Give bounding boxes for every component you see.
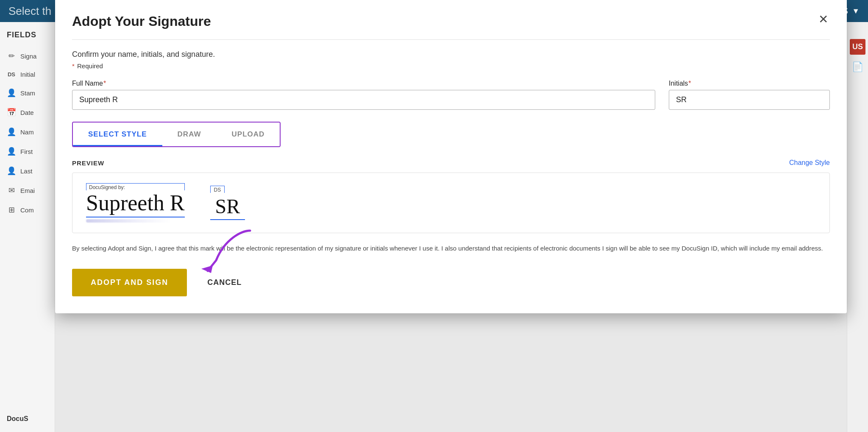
top-bar-text: Select th [8, 5, 51, 18]
modal-title: Adopt Your Signature [72, 14, 211, 29]
required-star: * [72, 62, 75, 70]
close-button[interactable]: ✕ [817, 14, 830, 25]
preview-header: PREVIEW Change Style [72, 159, 830, 167]
sidebar-item-last[interactable]: 👤 Last [0, 161, 55, 181]
tab-draw[interactable]: DRAW [162, 123, 217, 146]
person-icon: 👤 [7, 88, 16, 98]
ds-badge: US [850, 39, 865, 55]
cancel-button[interactable]: CANCEL [200, 275, 248, 290]
signature-preview: DocuSigned by: Supreeth R [86, 183, 185, 223]
preview-box: DocuSigned by: Supreeth R DS SR [72, 173, 830, 233]
mail-icon: ✉ [7, 186, 16, 195]
sidebar-item-label: Date [20, 109, 34, 116]
initials-badge-row: DS [210, 186, 245, 193]
ds-icon: DS [7, 71, 16, 78]
initials-input[interactable] [669, 90, 830, 110]
sidebar-item-email[interactable]: ✉ Emai [0, 181, 55, 200]
sidebar-item-label: First [20, 148, 33, 155]
sidebar-item-date[interactable]: 📅 Date [0, 103, 55, 122]
sidebar-item-label: Emai [20, 187, 35, 194]
sidebar-title: FIELDS [0, 31, 55, 46]
sidebar-item-company[interactable]: ⊞ Com [0, 200, 55, 220]
sidebar-item-label: Signa [20, 53, 36, 60]
modal-divider [72, 39, 830, 40]
form-row: Full Name* Initials* [72, 80, 830, 110]
adopt-and-sign-button[interactable]: ADOPT AND SIGN [72, 269, 187, 296]
initials-preview: DS SR [210, 186, 245, 220]
full-name-input[interactable] [72, 90, 655, 110]
initials-label: Initials* [669, 80, 830, 87]
sidebar-item-name[interactable]: 👤 Nam [0, 122, 55, 142]
person-icon: 👤 [7, 127, 16, 137]
tabs-wrapper: SELECT STYLE DRAW UPLOAD [72, 122, 281, 147]
sidebar-item-label: Stam [20, 89, 35, 97]
chevron-down-icon[interactable]: ▼ [852, 7, 860, 16]
preview-label: PREVIEW [72, 159, 104, 167]
sidebar-bottom-label: DocuS [0, 410, 55, 428]
sidebar-item-label: Com [20, 206, 34, 214]
signature-blur-line [86, 219, 171, 223]
company-icon: ⊞ [7, 205, 16, 215]
person-icon: 👤 [7, 147, 16, 156]
modal: Adopt Your Signature ✕ Confirm your name… [55, 0, 847, 313]
sidebar-item-signature[interactable]: ✏ Signa [0, 46, 55, 66]
tab-upload[interactable]: UPLOAD [217, 123, 280, 146]
sidebar-item-label: Initial [20, 71, 35, 78]
initials-group: Initials* [669, 80, 830, 110]
person-icon: 👤 [7, 166, 16, 176]
svg-marker-0 [201, 265, 213, 273]
docusigned-badge: DocuSigned by: [86, 183, 185, 190]
sidebar-item-stamp[interactable]: 👤 Stam [0, 83, 55, 103]
initials-sig: SR [210, 195, 245, 220]
legal-text: By selecting Adopt and Sign, I agree tha… [72, 243, 830, 254]
modal-header: Adopt Your Signature ✕ [72, 14, 830, 29]
sidebar-item-initials[interactable]: DS Initial [0, 66, 55, 83]
sidebar-item-first[interactable]: 👤 First [0, 142, 55, 161]
change-style-link[interactable]: Change Style [789, 159, 830, 167]
sidebar-item-label: Last [20, 167, 32, 175]
right-panel: US 📄 [847, 22, 868, 432]
sidebar-item-label: Nam [20, 128, 34, 136]
tab-select-style[interactable]: SELECT STYLE [73, 123, 162, 146]
modal-footer: ADOPT AND SIGN CANCEL [72, 269, 830, 296]
calendar-icon: 📅 [7, 108, 16, 117]
signature-name: Supreeth R [86, 190, 185, 217]
pencil-icon: ✏ [7, 51, 16, 61]
full-name-group: Full Name* [72, 80, 655, 110]
sidebar: FIELDS ✏ Signa DS Initial 👤 Stam 📅 Date … [0, 22, 55, 432]
full-name-label: Full Name* [72, 80, 655, 87]
required-text: Required [77, 62, 103, 70]
modal-subtitle: Confirm your name, initials, and signatu… [72, 50, 830, 59]
required-note: * Required [72, 62, 830, 70]
right-panel-icon: 📄 [852, 61, 863, 72]
arrow-annotation [182, 226, 267, 281]
initials-badge: DS [210, 186, 225, 193]
